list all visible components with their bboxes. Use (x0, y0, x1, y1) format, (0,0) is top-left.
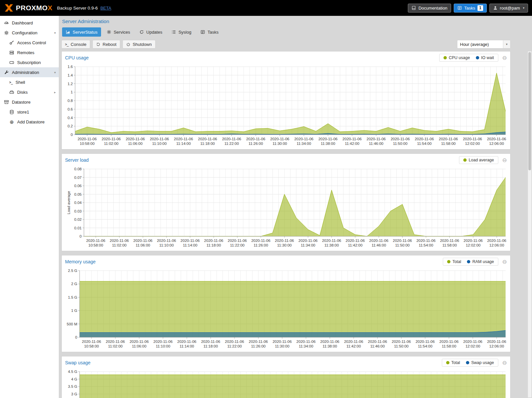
database-icon (9, 110, 14, 115)
area-chart-icon (66, 30, 70, 34)
list-icon (171, 30, 176, 34)
svg-text:11:06:00: 11:06:00 (128, 142, 143, 146)
page-title: Server Administration (62, 18, 532, 24)
collapse-icon[interactable]: ⊖ (502, 259, 507, 265)
svg-text:2020-11-06: 2020-11-06 (270, 137, 289, 141)
svg-text:2020-11-06: 2020-11-06 (110, 239, 129, 243)
scrollbar-thumb[interactable] (528, 52, 531, 170)
svg-text:3.5 G: 3.5 G (68, 384, 77, 388)
reboot-button[interactable]: Reboot (92, 40, 120, 49)
shutdown-button[interactable]: Shutdown (123, 40, 156, 49)
tab-serverstatus[interactable]: ServerStatus (62, 27, 101, 37)
tab-syslog[interactable]: Syslog (168, 27, 195, 37)
sidebar-item-administration[interactable]: Administration ▾ (0, 67, 59, 77)
sidebar-item-add-datastore[interactable]: ⊕ Add Datastore (0, 117, 59, 127)
sidebar-item-store1[interactable]: store1 (0, 107, 59, 117)
sidebar-item-access-control[interactable]: Access Control (0, 38, 59, 48)
tab-services[interactable]: Services (103, 27, 134, 37)
sidebar-item-dashboard[interactable]: Dashboard (0, 18, 59, 28)
sidebar-item-shell[interactable]: >_ Shell (0, 77, 59, 87)
server-load-chart: 00.010.020.030.040.050.060.070.082020-11… (62, 166, 510, 251)
svg-text:0.4: 0.4 (67, 116, 73, 120)
user-icon (493, 6, 498, 10)
vertical-scrollbar[interactable] (528, 51, 532, 398)
svg-text:11:38:00: 11:38:00 (321, 142, 335, 146)
sidebar: Dashboard Configuration ▾ Access Control… (0, 16, 59, 398)
svg-text:2020-11-06: 2020-11-06 (133, 239, 153, 243)
svg-text:11:34:00: 11:34:00 (299, 344, 313, 348)
svg-text:2020-11-06: 2020-11-06 (86, 239, 105, 243)
key-icon (9, 40, 14, 45)
gear-icon (4, 30, 9, 35)
tab-tasks[interactable]: Tasks (197, 27, 222, 37)
svg-text:11:14:00: 11:14:00 (183, 243, 197, 247)
chevron-right-icon[interactable]: ▸ (54, 90, 56, 94)
svg-text:11:42:00: 11:42:00 (346, 344, 361, 348)
svg-text:4 G: 4 G (71, 377, 77, 381)
svg-text:11:02:00: 11:02:00 (112, 243, 126, 247)
svg-text:10:58:00: 10:58:00 (84, 344, 99, 348)
terminal-icon: >_ (9, 81, 13, 84)
svg-text:1 G: 1 G (71, 309, 77, 313)
svg-text:1.4: 1.4 (67, 73, 73, 77)
sidebar-item-disks[interactable]: Disks ▸ (0, 87, 59, 97)
legend-item: Swap usage (466, 360, 494, 365)
svg-text:11:18:00: 11:18:00 (203, 344, 218, 348)
svg-text:2020-11-06: 2020-11-06 (198, 137, 217, 141)
tab-bar: ServerStatus Services Updates Syslog Tas… (62, 27, 532, 37)
svg-text:2020-11-06: 2020-11-06 (463, 137, 482, 141)
svg-text:0.04: 0.04 (74, 201, 82, 205)
svg-text:2020-11-06: 2020-11-06 (249, 340, 268, 344)
panel-title: Server load (65, 157, 89, 163)
beta-link[interactable]: BETA (100, 6, 111, 11)
chevron-down-icon: ▾ (523, 6, 524, 10)
chevron-down-icon[interactable]: ▾ (54, 31, 56, 35)
sidebar-item-datastore[interactable]: Datastore (0, 97, 59, 107)
topbar: PROXMOX Backup Server 0.9-6 BETA Documen… (0, 0, 532, 16)
panel-title: Memory usage (65, 259, 96, 264)
svg-text:11:02:00: 11:02:00 (104, 142, 119, 146)
collapse-icon[interactable]: ⊖ (502, 55, 507, 61)
chevron-down-icon[interactable]: ▾ (54, 71, 56, 74)
chart-panels: CPU usage CPU usage IO wait ⊖ 00.20.40.6… (61, 51, 511, 398)
svg-text:11:42:00: 11:42:00 (345, 142, 359, 146)
tasks-count-badge: 1 (478, 5, 483, 11)
svg-text:0: 0 (75, 335, 77, 339)
svg-text:11:18:00: 11:18:00 (206, 243, 221, 247)
svg-text:2020-11-06: 2020-11-06 (201, 340, 220, 344)
chevron-down-icon[interactable]: ▼ (503, 40, 510, 48)
timeframe-select[interactable]: Hour (average) ▼ (457, 40, 511, 49)
documentation-button[interactable]: Documentation (408, 4, 451, 13)
svg-text:2020-11-06: 2020-11-06 (272, 340, 292, 344)
svg-text:2020-11-06: 2020-11-06 (150, 137, 169, 141)
svg-text:12:02:00: 12:02:00 (465, 344, 480, 348)
collapse-icon[interactable]: ⊖ (502, 360, 507, 366)
product-version: Backup Server 0.9-6 (57, 6, 98, 11)
proxmox-logo[interactable]: PROXMOX (4, 3, 53, 13)
svg-text:11:46:00: 11:46:00 (370, 344, 385, 348)
sidebar-item-remotes[interactable]: Remotes (0, 48, 59, 57)
svg-text:2020-11-06: 2020-11-06 (106, 340, 125, 344)
tasks-icon (457, 6, 462, 10)
svg-text:2020-11-06: 2020-11-06 (225, 340, 244, 344)
tab-updates[interactable]: Updates (136, 27, 166, 37)
console-button[interactable]: >_ Console (61, 40, 90, 49)
svg-text:11:26:00: 11:26:00 (248, 142, 263, 146)
server-icon (9, 50, 14, 55)
svg-text:11:22:00: 11:22:00 (227, 344, 242, 348)
svg-text:11:06:00: 11:06:00 (136, 243, 150, 247)
sidebar-item-configuration[interactable]: Configuration ▾ (0, 28, 59, 38)
svg-text:2020-11-06: 2020-11-06 (102, 137, 121, 141)
memory-usage-chart: 0500 M1 G1.5 G2 G2.5 G2020-11-0610:58:00… (62, 268, 510, 352)
sidebar-item-subscription[interactable]: Subscription (0, 57, 59, 67)
svg-text:2020-11-06: 2020-11-06 (322, 239, 341, 243)
collapse-icon[interactable]: ⊖ (502, 157, 507, 163)
proxmox-x-icon (4, 3, 14, 13)
user-menu-button[interactable]: root@pam ▾ (489, 4, 528, 13)
legend-dot (447, 260, 450, 263)
svg-text:2020-11-06: 2020-11-06 (368, 340, 387, 344)
ticket-icon (9, 60, 14, 65)
svg-text:Load average: Load average (67, 191, 71, 214)
power-icon (126, 42, 130, 47)
tasks-button[interactable]: Tasks 1 (454, 4, 487, 13)
